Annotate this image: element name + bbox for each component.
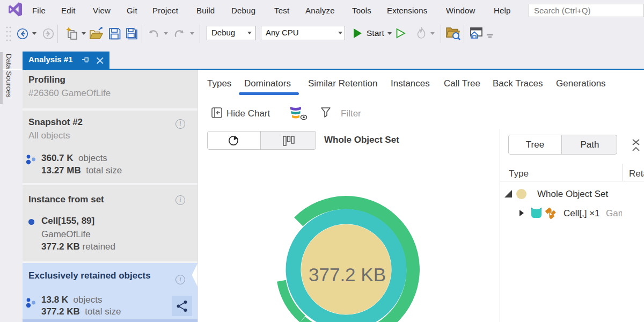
svg-text:377.2 KB: 377.2 KB bbox=[309, 264, 386, 285]
